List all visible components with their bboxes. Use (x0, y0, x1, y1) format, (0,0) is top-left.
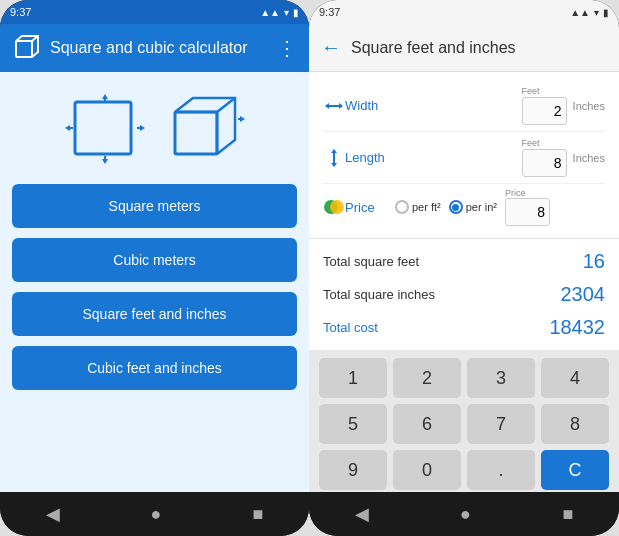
right-wifi-icon: ▾ (594, 7, 599, 18)
total-cost-row: Total cost 18432 (323, 313, 605, 342)
battery-icon: ▮ (293, 7, 299, 18)
total-sq-inches-value: 2304 (561, 283, 606, 306)
price-per-ft2-radio[interactable] (395, 200, 409, 214)
right-recents-nav-icon[interactable]: ■ (546, 498, 589, 531)
svg-marker-6 (102, 94, 108, 99)
width-icon (323, 99, 345, 113)
length-fields: Feet Inches (395, 138, 605, 177)
right-content: Width Feet Inches (309, 72, 619, 492)
key-dot[interactable]: . (467, 450, 535, 490)
keypad: 1 2 3 4 5 6 7 8 9 0 . C (309, 350, 619, 492)
left-content: Square meters Cubic meters Square feet a… (0, 72, 309, 492)
key-8[interactable]: 8 (541, 404, 609, 444)
cubic-meters-button[interactable]: Cubic meters (12, 238, 297, 282)
left-nav-bar: ◀ ● ■ (0, 492, 309, 536)
key-7[interactable]: 7 (467, 404, 535, 444)
width-feet-group: Feet (522, 86, 567, 125)
cubic-feet-button[interactable]: Cubic feet and inches (12, 346, 297, 390)
key-4[interactable]: 4 (541, 358, 609, 398)
results-section: Total square feet 16 Total square inches… (309, 239, 619, 350)
total-cost-label: Total cost (323, 320, 378, 335)
key-6[interactable]: 6 (393, 404, 461, 444)
total-sq-feet-label: Total square feet (323, 254, 419, 269)
illustrations (12, 84, 297, 174)
menu-icon[interactable]: ⋮ (277, 36, 297, 60)
left-status-icons: ▲▲ ▾ ▮ (260, 7, 299, 18)
width-feet-input[interactable] (522, 97, 567, 125)
back-nav-icon[interactable]: ◀ (30, 497, 76, 531)
width-feet-sub: Feet (522, 86, 540, 96)
right-status-icons: ▲▲ ▾ ▮ (570, 7, 609, 18)
home-nav-icon[interactable]: ● (135, 498, 178, 531)
left-status-time: 9:37 (10, 6, 31, 18)
length-feet-sub: Feet (522, 138, 540, 148)
svg-line-14 (217, 98, 235, 112)
total-sq-inches-label: Total square inches (323, 287, 435, 302)
svg-marker-23 (331, 149, 337, 153)
right-status-time: 9:37 (319, 6, 340, 18)
right-back-button[interactable]: ← (321, 36, 341, 59)
key-1[interactable]: 1 (319, 358, 387, 398)
square-feet-button[interactable]: Square feet and inches (12, 292, 297, 336)
right-back-nav-icon[interactable]: ◀ (339, 497, 385, 531)
price-label: Price (345, 200, 395, 215)
signal-icon: ▲▲ (260, 7, 280, 18)
svg-marker-21 (339, 103, 343, 109)
right-app-title: Square feet and inches (351, 39, 516, 57)
total-sq-inches-row: Total square inches 2304 (323, 280, 605, 309)
key-9[interactable]: 9 (319, 450, 387, 490)
right-signal-icon: ▲▲ (570, 7, 590, 18)
price-per-ft2-label: per ft² (412, 201, 441, 213)
length-inches-label: Inches (573, 152, 605, 164)
left-app-title: Square and cubic calculator (50, 39, 267, 57)
right-app-bar: ← Square feet and inches (309, 24, 619, 72)
square-illustration (65, 94, 145, 164)
price-per-ft2-option[interactable]: per ft² (395, 200, 441, 214)
wifi-icon: ▾ (284, 7, 289, 18)
svg-marker-18 (240, 116, 245, 122)
price-per-in2-label: per in² (466, 201, 497, 213)
right-battery-icon: ▮ (603, 7, 609, 18)
total-cost-value: 18432 (549, 316, 605, 339)
key-clear[interactable]: C (541, 450, 609, 490)
square-meters-button[interactable]: Square meters (12, 184, 297, 228)
width-inches-label: Inches (573, 100, 605, 112)
svg-marker-10 (65, 125, 70, 131)
svg-marker-20 (325, 103, 329, 109)
length-feet-input[interactable] (522, 149, 567, 177)
left-status-bar: 9:37 ▲▲ ▾ ▮ (0, 0, 309, 24)
key-3[interactable]: 3 (467, 358, 535, 398)
width-fields: Feet Inches (395, 86, 605, 125)
svg-marker-8 (102, 159, 108, 164)
svg-rect-0 (16, 41, 32, 57)
price-row: Price per ft² per in² Price (323, 184, 605, 230)
price-options: per ft² per in² Price (395, 188, 605, 226)
width-label: Width (345, 98, 395, 113)
input-section: Width Feet Inches (309, 72, 619, 239)
recents-nav-icon[interactable]: ■ (237, 498, 280, 531)
price-input[interactable] (505, 198, 550, 226)
key-5[interactable]: 5 (319, 404, 387, 444)
width-row: Width Feet Inches (323, 80, 605, 132)
key-2[interactable]: 2 (393, 358, 461, 398)
right-nav-bar: ◀ ● ■ (309, 492, 619, 536)
key-0[interactable]: 0 (393, 450, 461, 490)
svg-rect-4 (75, 102, 131, 154)
price-field-sub: Price (505, 188, 526, 198)
price-per-in2-option[interactable]: per in² (449, 200, 497, 214)
svg-marker-12 (140, 125, 145, 131)
left-app-bar: Square and cubic calculator ⋮ (0, 24, 309, 72)
total-sq-feet-row: Total square feet 16 (323, 247, 605, 276)
svg-marker-24 (331, 163, 337, 167)
cube-illustration (165, 94, 245, 164)
left-phone: 9:37 ▲▲ ▾ ▮ Square and cubic calculator … (0, 0, 309, 536)
price-per-in2-radio[interactable] (449, 200, 463, 214)
total-sq-feet-value: 16 (583, 250, 605, 273)
right-status-bar: 9:37 ▲▲ ▾ ▮ (309, 0, 619, 24)
right-phone: 9:37 ▲▲ ▾ ▮ ← Square feet and inches (309, 0, 619, 536)
price-icon-wrapper (323, 198, 345, 216)
app-icon (12, 34, 40, 62)
right-home-nav-icon[interactable]: ● (444, 498, 487, 531)
price-icon (323, 198, 345, 216)
length-feet-group: Feet (522, 138, 567, 177)
